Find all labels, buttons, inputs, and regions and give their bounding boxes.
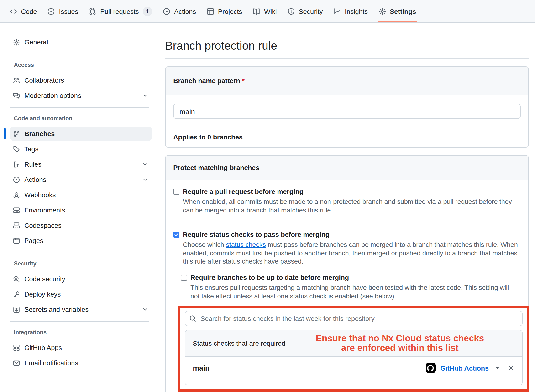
remove-status-check-button[interactable] xyxy=(508,365,514,371)
require-up-to-date-row: Require branches to be up to date before… xyxy=(181,273,521,300)
discussion-icon xyxy=(13,92,20,99)
checkmark-icon xyxy=(174,232,179,237)
sidebar-item-secrets-and-variables[interactable]: Secrets and variables xyxy=(10,302,152,317)
branch-name-pattern-label: Branch name pattern xyxy=(173,77,240,85)
sidebar-item-webhooks[interactable]: Webhooks xyxy=(10,188,152,202)
protect-matching-branches-label: Protect matching branches xyxy=(173,164,259,171)
play-icon xyxy=(13,176,20,183)
sidebar-item-actions[interactable]: Actions xyxy=(10,172,152,187)
sidebar-item-codespaces[interactable]: Codespaces xyxy=(10,218,152,233)
server-icon xyxy=(13,207,20,214)
chevron-down-icon-wrap xyxy=(142,92,148,99)
require-up-to-date-checkbox[interactable] xyxy=(181,275,187,281)
chevron-down-icon-wrap xyxy=(142,176,148,183)
sidebar-section-access: Access xyxy=(10,62,152,68)
key-asterisk-icon xyxy=(13,306,20,313)
status-check-name: main xyxy=(193,364,210,372)
sidebar-item-pages[interactable]: Pages xyxy=(10,233,152,248)
tab-issues[interactable]: Issues xyxy=(42,0,84,22)
codespaces-icon xyxy=(13,222,20,229)
applies-to-branches-text: Applies to 0 branches xyxy=(173,133,243,141)
required-status-checks-box: Status checks that are required Ensure t… xyxy=(185,330,523,385)
require-pr-checkbox[interactable] xyxy=(173,189,179,195)
sidebar-item-collaborators[interactable]: Collaborators xyxy=(10,73,152,87)
tab-actions[interactable]: Actions xyxy=(157,0,201,22)
chevron-down-icon-wrap xyxy=(142,306,148,313)
status-checks-link[interactable]: status checks xyxy=(226,241,266,248)
require-up-to-date-text: Require branches to be up to date before… xyxy=(190,273,521,300)
annotation-line-2: are enforced within this list xyxy=(285,343,514,353)
octocat-icon xyxy=(427,365,434,371)
status-check-source-link[interactable]: GitHub Actions xyxy=(440,364,489,372)
sidebar-item-deploy-keys-label: Deploy keys xyxy=(24,290,61,298)
status-check-source-dropdown[interactable] xyxy=(494,365,500,371)
tab-projects[interactable]: Projects xyxy=(201,0,247,22)
sidebar-item-tags[interactable]: Tags xyxy=(10,142,152,156)
sidebar-section-integrations: Integrations xyxy=(10,329,152,336)
pull-requests-count-badge: 1 xyxy=(143,6,152,16)
tab-pull-requests[interactable]: Pull requests 1 xyxy=(84,0,157,22)
repo-nav: Code Issues Pull requests 1 Actions Proj… xyxy=(0,0,535,23)
branch-name-pattern-input[interactable] xyxy=(173,104,521,119)
sidebar-divider xyxy=(10,107,149,108)
require-status-checks-label: Require status checks to pass before mer… xyxy=(183,230,521,239)
sidebar-item-branches[interactable]: Branches xyxy=(10,127,152,141)
description-text: Choose which xyxy=(183,241,226,248)
required-asterisk: * xyxy=(242,77,245,85)
require-up-to-date-block: Require branches to be up to date before… xyxy=(181,273,521,300)
settings-sidebar: General Access Collaborators Moderation … xyxy=(0,23,159,371)
sidebar-item-code-security[interactable]: Code security xyxy=(10,272,152,286)
page-title: Branch protection rule xyxy=(165,39,529,53)
tab-settings-label: Settings xyxy=(390,7,416,15)
sidebar-item-email-notifications[interactable]: Email notifications xyxy=(10,356,152,370)
sidebar-item-environments[interactable]: Environments xyxy=(10,203,152,217)
x-icon xyxy=(508,365,514,371)
tab-settings[interactable]: Settings xyxy=(373,0,421,22)
apps-icon xyxy=(13,344,20,351)
pull-request-icon xyxy=(89,7,96,15)
sidebar-item-deploy-keys[interactable]: Deploy keys xyxy=(10,287,152,301)
required-status-checks-label: Status checks that are required xyxy=(193,339,285,347)
required-status-checks-header: Status checks that are required Ensure t… xyxy=(185,330,522,357)
sidebar-item-email-notifications-label: Email notifications xyxy=(24,359,78,367)
require-pr-text: Require a pull request before merging Wh… xyxy=(183,187,521,214)
code-icon xyxy=(10,7,17,15)
tab-code-label: Code xyxy=(21,7,37,15)
sidebar-item-general[interactable]: General xyxy=(10,35,152,49)
require-status-checks-row: Require status checks to pass before mer… xyxy=(173,230,521,266)
sidebar-item-moderation-options[interactable]: Moderation options xyxy=(10,88,152,103)
triangle-down-icon xyxy=(494,365,500,371)
sidebar-item-github-apps[interactable]: GitHub Apps xyxy=(10,340,152,355)
projects-icon xyxy=(207,7,214,15)
require-status-checks-checkbox[interactable] xyxy=(173,232,179,238)
sidebar-item-codespaces-label: Codespaces xyxy=(24,222,62,229)
sidebar-item-branches-label: Branches xyxy=(24,130,55,138)
annotation-text: Ensure that no Nx Cloud status checks ar… xyxy=(285,334,514,353)
sidebar-divider xyxy=(10,253,149,253)
sidebar-item-rules[interactable]: Rules xyxy=(10,157,152,171)
key-icon xyxy=(13,291,20,298)
branch-name-pattern-card: Branch name pattern* Applies to 0 branch… xyxy=(165,66,529,148)
status-checks-search xyxy=(185,311,523,326)
tab-projects-label: Projects xyxy=(218,7,242,15)
sidebar-item-actions-label: Actions xyxy=(24,176,46,183)
search-icon xyxy=(189,315,197,322)
sidebar-item-secrets-and-variables-label: Secrets and variables xyxy=(24,306,89,313)
rules-icon xyxy=(13,161,20,168)
sidebar-item-webhooks-label: Webhooks xyxy=(24,191,56,199)
require-pr-section: Require a pull request before merging Wh… xyxy=(166,180,528,222)
require-pr-description: When enabled, all commits must be made t… xyxy=(183,198,517,214)
tab-wiki[interactable]: Wiki xyxy=(247,0,282,22)
github-actions-avatar xyxy=(425,363,435,373)
require-pr-row: Require a pull request before merging Wh… xyxy=(173,187,521,214)
status-checks-search-input[interactable] xyxy=(185,311,523,326)
title-divider xyxy=(165,58,529,59)
tab-security-label: Security xyxy=(299,7,323,15)
git-branch-icon xyxy=(13,130,20,137)
tab-insights[interactable]: Insights xyxy=(328,0,373,22)
tab-code[interactable]: Code xyxy=(4,0,42,22)
tab-security[interactable]: Security xyxy=(282,0,328,22)
annotation-line-1: Ensure that no Nx Cloud status checks xyxy=(285,334,514,343)
tab-issues-label: Issues xyxy=(59,7,78,15)
applies-to-branches-row: Applies to 0 branches xyxy=(166,127,528,147)
